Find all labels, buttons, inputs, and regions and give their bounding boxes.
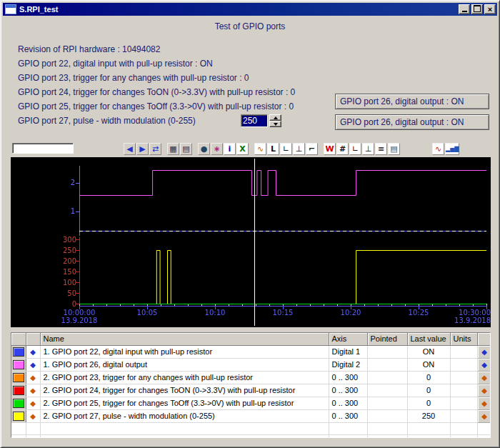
header-pointed[interactable]: Pointed: [367, 333, 407, 345]
units-cell: [450, 409, 477, 422]
close-button[interactable]: ×: [484, 4, 496, 14]
gpio26-status-box[interactable]: GPIO port 26, digital output : ON: [335, 94, 489, 109]
pointed-cell: [367, 345, 407, 358]
excel-export-icon[interactable]: X: [236, 143, 249, 155]
marker-cell[interactable]: ◆: [26, 397, 40, 409]
empty-cell: [11, 422, 26, 434]
status-lines: Revision of RPI hardware : 10494082GPIO …: [18, 42, 295, 114]
toolbar-icons: ◀▶⇄▦▤●∗iX∿L∟⊥⌐W#∟⊥≡▤∿▂▅▇: [124, 142, 460, 156]
signal-name-cell: 2. GPIO port 24, trigger for changes ToO…: [40, 384, 329, 397]
maximize-button[interactable]: [471, 4, 483, 14]
y-axis-icon[interactable]: L: [267, 143, 279, 155]
pointed-cell: [367, 358, 407, 371]
marker-button[interactable]: ◆: [477, 371, 491, 384]
chart-toolbar-textbox[interactable]: [12, 143, 74, 154]
marker-cell[interactable]: ◆: [26, 409, 40, 422]
xy-axis-icon[interactable]: ⊥: [293, 143, 305, 155]
swatch-cell: [11, 371, 26, 384]
color-swatch[interactable]: [13, 360, 24, 369]
line-chart-icon[interactable]: ∿: [432, 143, 444, 155]
header-name[interactable]: Name: [40, 333, 329, 345]
legend-icon[interactable]: ▤: [388, 143, 400, 155]
palette-icon[interactable]: ∗: [211, 143, 223, 155]
output-boxes: GPIO port 26, digital output : ONGPIO po…: [335, 94, 489, 135]
bar-chart-icon[interactable]: ▂▅▇: [445, 143, 459, 155]
spinner-up-button[interactable]: [269, 114, 281, 121]
copy-icon[interactable]: ▤: [180, 143, 192, 155]
marker-button[interactable]: ◆: [477, 358, 491, 371]
swatch-cell: [11, 397, 26, 409]
empty-cell: [407, 434, 450, 438]
header-axis[interactable]: Axis: [329, 333, 367, 345]
units-cell: [450, 371, 477, 384]
print-icon[interactable]: ▦: [167, 143, 179, 155]
signal-table-wrap: NameAxisPointedLast valueUnits ◆1. GPIO …: [11, 332, 491, 438]
signal-name-cell: 1. GPIO port 22, digital input with pull…: [40, 345, 329, 358]
status-line: GPIO port 24, trigger for changes ToON (…: [18, 85, 295, 99]
pan-zoom-icon[interactable]: ⇄: [149, 143, 161, 155]
hlines-icon[interactable]: ≡: [375, 143, 387, 155]
waveform-icon[interactable]: ∿: [254, 143, 266, 155]
swatch-cell: [11, 358, 26, 371]
units-cell: [450, 345, 477, 358]
spinner-down-button[interactable]: [269, 121, 281, 127]
color-swatch[interactable]: [13, 412, 24, 421]
last-value-cell: ON: [407, 345, 450, 358]
signal-name-cell: 2. GPIO port 23, trigger for any changes…: [40, 371, 329, 384]
table-row[interactable]: ◆2. GPIO port 25, trigger for changes To…: [11, 397, 491, 409]
globe-icon[interactable]: ●: [198, 143, 210, 155]
color-swatch[interactable]: [13, 386, 24, 395]
marker-button[interactable]: ◆: [477, 397, 491, 409]
last-value-cell: 250: [407, 409, 450, 422]
header-color-col[interactable]: [11, 333, 26, 345]
header-marker-col[interactable]: [26, 333, 40, 345]
marker-cell[interactable]: ◆: [26, 384, 40, 397]
down-arrow-icon: [274, 123, 278, 126]
marker-button[interactable]: ◆: [477, 384, 491, 397]
x-axis-icon[interactable]: ∟: [280, 143, 292, 155]
color-swatch[interactable]: [13, 347, 24, 357]
app-window: S.RPI_test × Test of GPIO ports Revision…: [0, 0, 500, 448]
up-arrow-icon: [274, 116, 278, 119]
nav-right-icon[interactable]: ▶: [136, 143, 149, 155]
last-value-cell: 0: [407, 384, 450, 397]
pointed-cell: [367, 371, 407, 384]
pwm-label: GPIO port 27, pulse - width modulation (…: [18, 114, 196, 128]
red-wave-icon[interactable]: W: [324, 143, 336, 155]
titlebar[interactable]: S.RPI_test ×: [3, 3, 497, 16]
color-swatch[interactable]: [13, 373, 24, 382]
table-row[interactable]: ◆2. GPIO port 27, pulse - width modulati…: [11, 409, 491, 422]
color-swatch[interactable]: [13, 399, 24, 408]
pointed-cell: [367, 384, 407, 397]
empty-cell: [477, 422, 491, 434]
table-row[interactable]: ◆2. GPIO port 23, trigger for any change…: [11, 371, 491, 384]
marker-button[interactable]: ◆: [477, 409, 491, 422]
axis-cell: 0 .. 300: [329, 409, 367, 422]
axes-left-icon[interactable]: ∟: [349, 143, 361, 155]
last-value-cell: ON: [407, 358, 450, 371]
axis-cell: 0 .. 300: [329, 371, 367, 384]
signal-name-cell: 2. GPIO port 25, trigger for changes ToO…: [40, 397, 329, 409]
axes-bottom-icon[interactable]: ⊥: [362, 143, 374, 155]
table-row[interactable]: ◆1. GPIO port 22, digital input with pul…: [11, 345, 491, 358]
nav-left-icon[interactable]: ◀: [124, 143, 136, 155]
gpio26-status-box[interactable]: GPIO port 26, digital output : ON: [335, 114, 489, 130]
pwm-input[interactable]: [241, 114, 268, 127]
table-row[interactable]: ◆1. GPIO port 26, digital outputDigital …: [11, 358, 491, 371]
header-last-value[interactable]: Last value: [407, 333, 450, 345]
minimize-button[interactable]: [459, 4, 470, 14]
info-icon[interactable]: i: [224, 143, 236, 155]
marker-cell[interactable]: ◆: [26, 345, 40, 358]
header-units[interactable]: Units: [450, 333, 477, 345]
marker-button[interactable]: ◆: [477, 345, 491, 358]
marker-cell[interactable]: ◆: [26, 358, 40, 371]
marker-cell[interactable]: ◆: [26, 371, 40, 384]
corner-axis-icon[interactable]: ⌐: [306, 143, 318, 155]
table-row[interactable]: ◆2. GPIO port 24, trigger for changes To…: [11, 384, 491, 397]
header-right-col[interactable]: [477, 333, 491, 345]
chart-canvas[interactable]: [11, 157, 491, 327]
grid-icon[interactable]: #: [336, 143, 349, 155]
page-title: Test of GPIO ports: [1, 21, 499, 31]
last-value-cell: 0: [407, 371, 450, 384]
empty-cell: [407, 422, 450, 434]
